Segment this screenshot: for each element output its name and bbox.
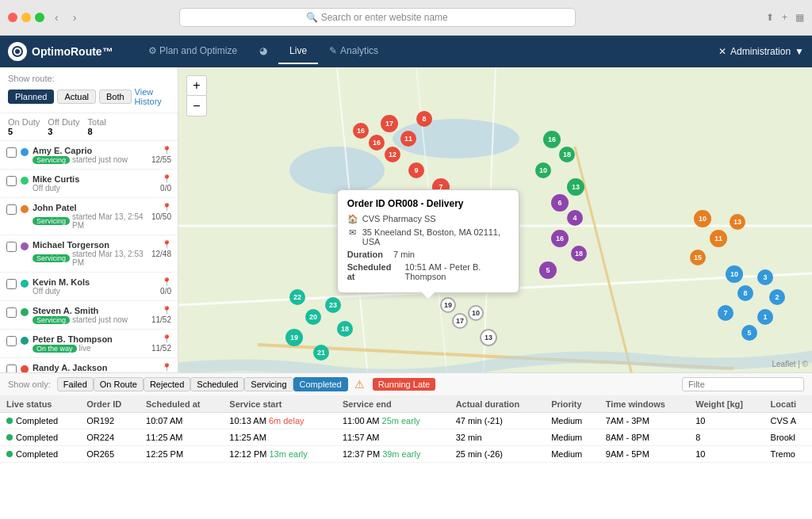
map-pin[interactable]: 8 xyxy=(737,285,753,301)
map-pin[interactable]: 10 xyxy=(535,162,551,178)
new-tab-icon[interactable]: + xyxy=(782,12,787,23)
both-button[interactable]: Both xyxy=(99,90,132,104)
alert-icon: ⚠ xyxy=(354,378,365,391)
zoom-out-button[interactable]: − xyxy=(186,96,207,116)
tab-plan[interactable]: ⚙ Plan and Optimize xyxy=(137,39,248,64)
driver-route: 📍 0/0 xyxy=(160,174,171,193)
map-pin[interactable]: 13 xyxy=(480,329,497,346)
table-row[interactable]: CompletedOR26512:25 PM12:12 PM 13m early… xyxy=(0,446,812,463)
tab-live[interactable]: Live xyxy=(278,39,318,64)
driver-item[interactable]: Steven A. Smith Servicing started just n… xyxy=(0,301,178,330)
map-pin[interactable]: 10 xyxy=(694,210,711,227)
map-pin[interactable]: 13 xyxy=(567,178,584,196)
map-pin[interactable]: 4 xyxy=(567,210,583,226)
share-icon[interactable]: ⬆ xyxy=(766,12,774,23)
map-pin[interactable]: 7 xyxy=(718,305,733,321)
map-pin[interactable]: 2 xyxy=(769,289,785,305)
table-cell: Tremo xyxy=(764,446,812,463)
minimize-button[interactable] xyxy=(21,13,31,22)
map-pin[interactable]: 10 xyxy=(726,265,743,283)
driver-item[interactable]: Mike Curtis Off duty 📍 0/0 xyxy=(0,170,178,198)
driver-item[interactable]: John Patel Servicing started Mar 13, 2:5… xyxy=(0,198,178,235)
status-badge: Servicing xyxy=(33,254,70,262)
driver-checkbox[interactable] xyxy=(6,364,17,372)
map-popup: Order ID OR008 - Delivery 🏠 CVS Pharmacy… xyxy=(337,189,519,293)
map-pin[interactable]: 11 xyxy=(400,131,416,147)
svg-point-3 xyxy=(289,147,385,194)
driver-checkbox[interactable] xyxy=(6,307,17,318)
tab-analytics[interactable]: ✎ Analytics xyxy=(318,39,389,64)
close-button[interactable] xyxy=(8,13,17,22)
map-area[interactable]: 16 16 17 12 11 9 8 7 6 16 18 10 13 6 4 xyxy=(178,67,812,372)
driver-checkbox[interactable] xyxy=(6,176,17,186)
filter-on-route-button[interactable]: On Route xyxy=(94,377,144,391)
maximize-button[interactable] xyxy=(35,13,44,22)
tabs-icon[interactable]: ▦ xyxy=(795,12,804,23)
map-pin[interactable]: 9 xyxy=(408,162,424,178)
map-pin[interactable]: 23 xyxy=(325,297,341,313)
map-pin[interactable]: 18 xyxy=(337,321,353,337)
map-pin[interactable]: 13 xyxy=(730,214,745,230)
planned-button[interactable]: Planned xyxy=(8,90,54,104)
table-row[interactable]: CompletedOR22411:25 AM11:25 AM11:57 AM32… xyxy=(0,429,812,446)
running-late-button[interactable]: Running Late xyxy=(373,378,435,391)
map-pin[interactable]: 12 xyxy=(385,147,400,162)
driver-checkbox[interactable] xyxy=(6,242,17,252)
driver-item[interactable]: Michael Torgerson Servicing started Mar … xyxy=(0,235,178,273)
table-cell: 8AM - 8PM xyxy=(599,429,689,446)
map-pin[interactable]: 19 xyxy=(285,329,303,346)
filter-rejected-button[interactable]: Rejected xyxy=(144,377,190,391)
map-pin[interactable]: 17 xyxy=(381,115,398,132)
map-pin[interactable]: 6 xyxy=(551,194,569,212)
map-pin[interactable]: 16 xyxy=(551,230,569,247)
filter-servicing-button[interactable]: Servicing xyxy=(244,377,293,391)
driver-info: Steven A. Smith Servicing started just n… xyxy=(33,306,151,324)
table-row[interactable]: CompletedOR19210:07 AM10:13 AM 6m delay1… xyxy=(0,413,812,429)
map-pin[interactable]: 16 xyxy=(369,135,385,151)
view-history-link[interactable]: View History xyxy=(135,87,170,106)
map-pin[interactable]: 1 xyxy=(757,309,773,325)
zoom-in-button[interactable]: + xyxy=(186,75,207,96)
table-cell: 12:12 PM 13m early xyxy=(223,446,336,463)
driver-item[interactable]: Amy E. Caprio Servicing started just now… xyxy=(0,141,178,170)
map-pin[interactable]: 15 xyxy=(690,250,706,265)
driver-checkbox[interactable] xyxy=(6,147,17,158)
on-duty-value: 5 xyxy=(8,127,40,136)
driver-checkbox[interactable] xyxy=(6,279,17,289)
filter-scheduled-button[interactable]: Scheduled xyxy=(190,377,244,391)
map-pin[interactable]: 5 xyxy=(539,261,557,279)
map-pin[interactable]: 21 xyxy=(313,345,329,361)
actual-button[interactable]: Actual xyxy=(57,90,96,104)
driver-item[interactable]: Peter B. Thompson On the way live 📍 11/5… xyxy=(0,330,178,358)
driver-item[interactable]: Randy A. Jackson Off duty 📍 0/0 xyxy=(0,358,178,372)
map-pin[interactable]: 10 xyxy=(468,305,484,321)
map-pin[interactable]: 5 xyxy=(741,325,757,341)
driver-checkbox[interactable] xyxy=(6,336,17,346)
driver-status: Servicing started just now xyxy=(33,155,151,164)
map-pin[interactable]: 20 xyxy=(305,309,321,325)
map-pin[interactable]: 17 xyxy=(452,313,468,329)
broadcast-indicator[interactable]: ◕ xyxy=(248,39,278,64)
status-badge: Servicing xyxy=(33,316,70,324)
driver-checkbox[interactable] xyxy=(6,204,17,215)
map-pin[interactable]: 22 xyxy=(289,289,305,305)
back-button[interactable]: ‹ xyxy=(51,10,63,25)
forward-button[interactable]: › xyxy=(69,10,81,25)
map-pin[interactable]: 3 xyxy=(757,269,773,285)
filter-search-input[interactable] xyxy=(682,377,804,391)
admin-button[interactable]: ✕ Administration ▼ xyxy=(718,46,804,57)
map-pin[interactable]: 18 xyxy=(571,246,587,261)
broadcast-icon: ◕ xyxy=(259,45,267,56)
map-pin[interactable]: 11 xyxy=(710,230,727,247)
address-bar[interactable]: 🔍 Search or enter website name xyxy=(179,8,576,27)
map-pin[interactable]: 18 xyxy=(559,147,575,162)
map-pin[interactable]: 16 xyxy=(353,123,369,139)
map-pin[interactable]: 16 xyxy=(543,131,561,148)
driver-item[interactable]: Kevin M. Kols Off duty 📍 0/0 xyxy=(0,273,178,301)
map-pin[interactable]: 19 xyxy=(440,297,456,313)
filter-completed-button[interactable]: Completed xyxy=(293,377,348,391)
driver-started: started just now xyxy=(72,315,128,324)
map-pin[interactable]: 8 xyxy=(416,111,432,127)
filter-failed-button[interactable]: Failed xyxy=(57,377,94,391)
popup-scheduled-row: Scheduled at 10:51 AM - Peter B. Thompso… xyxy=(347,262,509,281)
